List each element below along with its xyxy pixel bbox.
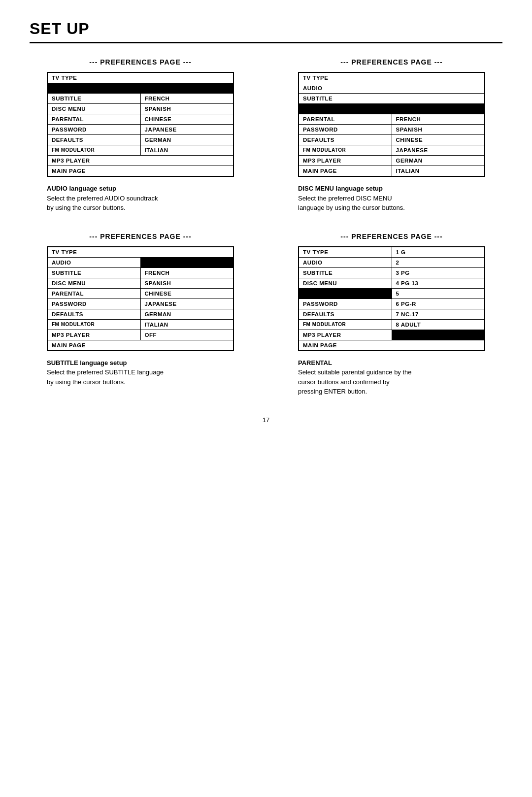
description-line: Select the preferred DISC MENU [298,194,485,203]
menu-item-label: MP3 PLAYER [299,330,392,340]
menu-item-value: CHINESE [141,114,233,124]
menu-item-value: ITALIAN [392,166,485,176]
menu-item-label: DISC MENU [299,278,392,288]
table-row: DEFAULTSGERMAN [48,309,233,320]
preferences-page-header: --- PREFERENCES PAGE --- [340,58,442,66]
menu-item-value: SPANISH [141,278,233,288]
menu-item-label [299,289,392,299]
table-row: MP3 PLAYER [299,330,484,340]
menu-item-label: FM MODULATOR [48,145,141,155]
menu-item-label [48,83,141,93]
menu-item-value: GERMAN [141,309,233,319]
description-line: Select the preferred AUDIO soundtrack [47,194,234,203]
audio-section: --- PREFERENCES PAGE ---TV TYPESUBTITLEF… [30,58,251,213]
menu-item-label: DEFAULTS [299,309,392,319]
table-row: 5 [299,289,484,299]
menu-item-label: MP3 PLAYER [48,156,233,166]
description-title: AUDIO language setup [47,184,234,194]
preferences-page-header: --- PREFERENCES PAGE --- [89,232,191,240]
preferences-box: TV TYPEAUDIOSUBTITLEFRENCHDISC MENUSPANI… [47,246,234,351]
menu-item-label: MAIN PAGE [48,340,233,350]
menu-item-value: 5 [392,289,485,299]
table-row [299,104,484,114]
table-row: PARENTALFRENCH [299,114,484,125]
table-row: MP3 PLAYER [48,156,233,166]
menu-item-value: 1 G [392,247,485,257]
menu-item-label: MAIN PAGE [299,166,392,176]
preferences-box: TV TYPE1 GAUDIO2SUBTITLE3 PGDISC MENU4 P… [298,246,485,351]
menu-item-value: 8 ADULT [392,320,485,330]
section-description: SUBTITLE language setupSelect the prefer… [47,358,234,387]
menu-item-label: DISC MENU [48,278,141,288]
description-title: PARENTAL [298,358,485,368]
description-line: language by using the cursor buttons. [298,203,485,213]
menu-item-value: FRENCH [141,94,233,103]
menu-item-value [141,258,233,267]
menu-item-label: FM MODULATOR [299,320,392,330]
menu-item-value [392,104,485,114]
menu-item-label: SUBTITLE [48,268,141,278]
menu-item-label: DEFAULTS [299,135,392,145]
table-row: SUBTITLEFRENCH [48,268,233,278]
menu-item-value: GERMAN [141,135,233,145]
menu-item-label: SUBTITLE [299,268,392,278]
menu-item-label: MP3 PLAYER [48,330,141,340]
menu-item-value: JAPANESE [141,299,233,309]
menu-item-label: PARENTAL [48,289,141,299]
menu-item-value: SPANISH [141,104,233,114]
menu-item-label: DISC MENU [48,104,141,114]
menu-item-label: MP3 PLAYER [299,156,392,166]
menu-item-label: PASSWORD [299,299,392,309]
table-row: PASSWORD6 PG-R [299,299,484,309]
table-row: PARENTALCHINESE [48,289,233,299]
table-row: DEFAULTSGERMAN [48,135,233,145]
menu-item-value: ITALIAN [141,145,233,155]
table-row: FM MODULATOR8 ADULT [299,320,484,330]
table-row: DEFAULTS7 NC-17 [299,309,484,320]
table-row: AUDIO [48,258,233,268]
description-line: pressing ENTER button. [298,387,485,397]
table-row: TV TYPE [299,73,484,83]
table-row: SUBTITLE3 PG [299,268,484,278]
table-row: MP3 PLAYERGERMAN [299,156,484,166]
menu-item-label: TV TYPE [299,247,392,257]
menu-item-value [392,330,485,340]
menu-item-value: CHINESE [392,135,485,145]
table-row: DEFAULTSCHINESE [299,135,484,145]
menu-item-label: PARENTAL [48,114,141,124]
menu-item-label: SUBTITLE [48,94,141,103]
page-number: 17 [30,416,502,424]
menu-item-value: JAPANESE [141,125,233,134]
menu-item-value: ITALIAN [141,320,233,330]
table-row: PASSWORDJAPANESE [48,299,233,309]
menu-item-label: AUDIO [299,258,392,267]
section-description: AUDIO language setupSelect the preferred… [47,184,234,213]
menu-item-label: TV TYPE [299,73,484,83]
description-line: by using the cursor buttons. [47,377,234,387]
discmenu-section: --- PREFERENCES PAGE ---TV TYPEAUDIOSUBT… [281,58,502,213]
table-row: TV TYPE [48,73,233,83]
table-row: DISC MENU4 PG 13 [299,278,484,289]
menu-item-label: SUBTITLE [299,94,484,103]
menu-item-label: AUDIO [299,83,484,93]
menu-item-value: CHINESE [141,289,233,299]
table-row: AUDIO2 [299,258,484,268]
menu-item-value: 6 PG-R [392,299,485,309]
section-description: PARENTALSelect suitable parental guidanc… [298,358,485,397]
menu-item-label: TV TYPE [48,73,233,83]
table-row: SUBTITLE [299,94,484,104]
table-row: FM MODULATORJAPANESE [299,145,484,156]
menu-item-value: FRENCH [392,114,485,124]
table-row: TV TYPE [48,247,233,258]
menu-item-value: GERMAN [392,156,485,166]
table-row: MAIN PAGEITALIAN [299,166,484,176]
table-row: PASSWORDSPANISH [299,125,484,135]
table-row: MP3 PLAYEROFF [48,330,233,340]
table-row: MAIN PAGE [48,340,233,350]
preferences-box: TV TYPESUBTITLEFRENCHDISC MENUSPANISHPAR… [47,72,234,177]
menu-item-label [299,104,392,114]
subtitle-section: --- PREFERENCES PAGE ---TV TYPEAUDIOSUBT… [30,232,251,397]
preferences-box: TV TYPEAUDIOSUBTITLEPARENTALFRENCHPASSWO… [298,72,485,177]
table-row: MAIN PAGE [299,340,484,350]
table-row: AUDIO [299,83,484,94]
